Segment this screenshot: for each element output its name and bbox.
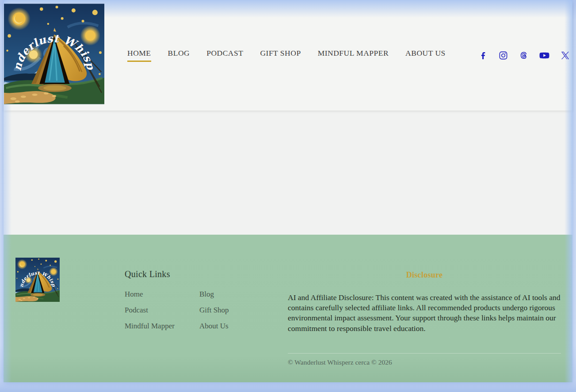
nav-home[interactable]: HOME [127, 49, 151, 62]
threads-icon [519, 51, 528, 60]
nav-mindful-mapper[interactable]: MINDFUL MAPPER [318, 49, 389, 62]
wanderlust-logo-image [4, 4, 104, 104]
disclosure-title: Disclosure [288, 270, 561, 280]
youtube-icon [539, 51, 549, 60]
site-logo[interactable] [4, 4, 104, 104]
footer-link-about-us[interactable]: About Us [199, 322, 229, 331]
x-icon [561, 51, 569, 60]
social-links [479, 0, 569, 110]
quick-links-title: Quick Links [125, 269, 229, 279]
quick-links-section: Quick Links Home Blog Podcast Gift Shop … [125, 269, 229, 331]
footer-link-podcast[interactable]: Podcast [125, 306, 199, 315]
instagram-icon [499, 51, 507, 60]
nav-podcast[interactable]: PODCAST [206, 49, 243, 62]
facebook-link[interactable] [479, 51, 488, 60]
quick-links-grid: Home Blog Podcast Gift Shop Mindful Mapp… [125, 290, 229, 331]
disclosure-section: Disclosure AI and Affiliate Disclosure: … [288, 270, 561, 334]
nav-gift-shop[interactable]: GIFT SHOP [260, 49, 301, 62]
copyright-text: © Wanderlust Whisperz cerca © 2026 [288, 353, 561, 366]
site-footer: Quick Links Home Blog Podcast Gift Shop … [4, 235, 572, 382]
main-content-empty [4, 110, 572, 235]
threads-link[interactable] [519, 51, 528, 60]
facebook-icon [479, 51, 488, 60]
footer-link-mindful-mapper[interactable]: Mindful Mapper [125, 322, 199, 331]
footer-link-gift-shop[interactable]: Gift Shop [199, 306, 229, 315]
footer-link-home[interactable]: Home [125, 290, 199, 299]
disclosure-body: AI and Affiliate Disclosure: This conten… [288, 293, 561, 334]
instagram-link[interactable] [499, 51, 507, 60]
footer-logo[interactable] [15, 258, 60, 302]
site-header: HOME BLOG PODCAST GIFT SHOP MINDFUL MAPP… [4, 0, 572, 110]
footer-link-blog[interactable]: Blog [199, 290, 229, 299]
main-navigation: HOME BLOG PODCAST GIFT SHOP MINDFUL MAPP… [127, 0, 446, 110]
x-link[interactable] [561, 51, 569, 60]
nav-blog[interactable]: BLOG [168, 49, 190, 62]
wanderlust-logo-image-small [15, 258, 60, 302]
youtube-link[interactable] [539, 51, 549, 60]
nav-about-us[interactable]: ABOUT US [405, 49, 446, 62]
page: HOME BLOG PODCAST GIFT SHOP MINDFUL MAPP… [4, 0, 572, 382]
